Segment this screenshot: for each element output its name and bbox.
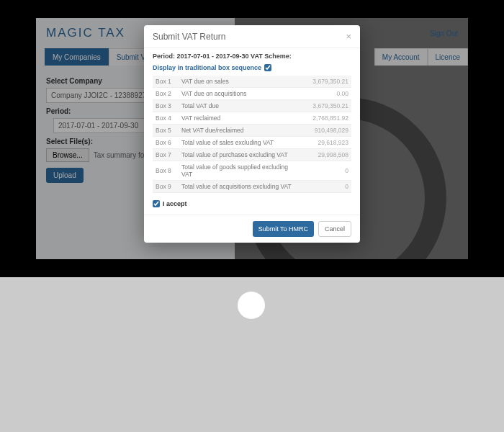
- table-row: Box 6Total value of sales excluding VAT2…: [153, 137, 351, 149]
- pagination-dot: [238, 292, 265, 319]
- box-value: 3,679,350.21: [301, 100, 351, 112]
- table-row: Box 3Total VAT due3,679,350.21: [153, 100, 351, 112]
- table-row: Box 7Total value of purchases excluding …: [153, 149, 351, 161]
- box-label: VAT reclaimed: [179, 112, 301, 125]
- accept-checkbox[interactable]: [153, 200, 160, 207]
- box-value: 910,498,029: [301, 125, 351, 137]
- box-number: Box 9: [153, 181, 179, 193]
- submit-button[interactable]: Submit To HMRC: [253, 221, 314, 237]
- box-label: Total value of purchases excluding VAT: [179, 149, 301, 161]
- table-row: Box 5Net VAT due/reclaimed910,498,029: [153, 125, 351, 137]
- table-row: Box 8Total value of goods supplied exclu…: [153, 161, 351, 181]
- close-icon[interactable]: ×: [346, 31, 351, 42]
- cancel-button[interactable]: Cancel: [318, 221, 351, 237]
- box-number: Box 3: [153, 100, 179, 112]
- box-label: Net VAT due/reclaimed: [179, 125, 301, 137]
- box-number: Box 1: [153, 76, 179, 88]
- box-label: VAT due on sales: [179, 76, 301, 88]
- table-row: Box 2VAT due on acquisitions0.00: [153, 88, 351, 100]
- box-number: Box 7: [153, 149, 179, 161]
- box-label: Total VAT due: [179, 100, 301, 112]
- modal-title: Submit VAT Return: [153, 32, 225, 42]
- box-value: 3,679,350.21: [301, 76, 351, 88]
- vat-boxes-table: Box 1VAT due on sales3,679,350.21Box 2VA…: [153, 76, 351, 193]
- box-value: 29,618,923: [301, 137, 351, 149]
- box-value: 0.00: [301, 88, 351, 100]
- sequence-label: Display in traditional box sequence: [153, 64, 261, 71]
- table-row: Box 9Total value of acquisitions excludi…: [153, 181, 351, 193]
- box-label: VAT due on acquisitions: [179, 88, 301, 100]
- table-row: Box 1VAT due on sales3,679,350.21: [153, 76, 351, 88]
- sequence-checkbox[interactable]: [264, 64, 271, 71]
- box-number: Box 6: [153, 137, 179, 149]
- box-number: Box 8: [153, 161, 179, 181]
- box-number: Box 4: [153, 112, 179, 125]
- modal-period-line: Period: 2017-07-01 - 2017-09-30 VAT Sche…: [153, 53, 351, 60]
- box-value: 0: [301, 181, 351, 193]
- box-label: Total value of acquisitions excluding VA…: [179, 181, 301, 193]
- box-number: Box 5: [153, 125, 179, 137]
- box-label: Total value of goods supplied excluding …: [179, 161, 301, 181]
- box-label: Total value of sales excluding VAT: [179, 137, 301, 149]
- box-value: 0: [301, 161, 351, 181]
- table-row: Box 4VAT reclaimed2,768,851.92: [153, 112, 351, 125]
- accept-label: I accept: [163, 200, 187, 207]
- modal-submit-vat: Submit VAT Return × Period: 2017-07-01 -…: [144, 25, 360, 243]
- box-value: 2,768,851.92: [301, 112, 351, 125]
- box-number: Box 2: [153, 88, 179, 100]
- box-value: 29,998,508: [301, 149, 351, 161]
